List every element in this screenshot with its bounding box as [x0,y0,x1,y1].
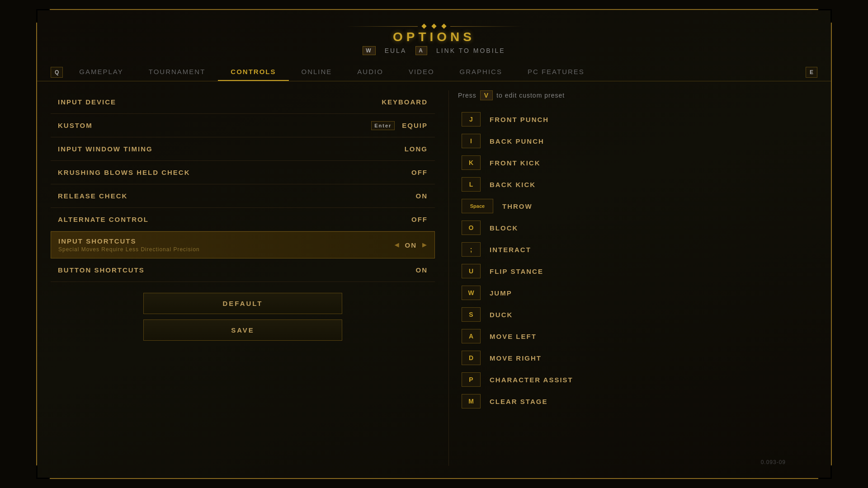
key-u: U [462,264,481,278]
tab-video[interactable]: VIDEO [396,63,447,81]
default-button[interactable]: DEFAULT [143,293,342,314]
key-w: W [462,286,481,300]
link-mobile-label: LINK TO MOBILE [436,47,505,54]
key-semicolon: ; [462,242,481,257]
corner-decoration-br [818,465,832,479]
keybind-move-left[interactable]: A MOVE LEFT [458,326,817,346]
setting-krushing-blows[interactable]: KRUSHING BLOWS HELD CHECK OFF [51,161,435,184]
setting-input-shortcuts[interactable]: INPUT SHORTCUTS Special Moves Require Le… [51,231,435,258]
tab-tournament[interactable]: TOURNAMENT [136,63,218,81]
key-a: A [462,329,481,343]
setting-value-release: ON [416,192,428,200]
keybind-jump[interactable]: W JUMP [458,283,817,303]
tab-pc-features[interactable]: PC FEATURES [515,63,597,81]
version-label: 0.093-09 [761,459,786,465]
setting-sub-input-shortcuts: Special Moves Require Less Directional P… [58,246,200,253]
key-d: D [462,351,481,365]
main-content: INPUT DEVICE KEYBOARD KUSTOM Enter EQUIP… [37,81,831,475]
setting-label-input-device: INPUT DEVICE [58,98,116,106]
main-container: OPTIONS W EULA A LINK TO MOBILE Q GAMEPL… [36,9,832,479]
keybind-front-punch[interactable]: J FRONT PUNCH [458,109,817,129]
nav-key-left[interactable]: Q [51,67,63,78]
action-front-kick: FRONT KICK [490,159,541,167]
key-p: P [462,372,481,387]
action-block: BLOCK [490,224,518,232]
equip-key-badge: Enter [371,121,395,130]
setting-input-window[interactable]: INPUT WINDOW TIMING LONG [51,137,435,161]
setting-alternate-control[interactable]: ALTERNATE CONTROL OFF [51,208,435,231]
key-k: K [462,155,481,170]
shortcuts-value: ON [405,241,417,249]
setting-button-shortcuts[interactable]: BUTTON SHORTCUTS ON [51,258,435,282]
action-interact: INTERACT [490,246,531,253]
tab-gameplay[interactable]: GAMEPLAY [66,63,136,81]
nav-tabs: Q GAMEPLAY TOURNAMENT CONTROLS ONLINE AU… [37,63,831,81]
action-back-punch: BACK PUNCH [490,137,544,145]
setting-value-kustom: Enter EQUIP [371,121,428,130]
link-mobile-key[interactable]: A [415,46,427,55]
setting-label-button-shortcuts: BUTTON SHORTCUTS [58,266,145,274]
action-duck: DUCK [490,311,513,319]
key-m: M [462,394,481,408]
setting-input-device[interactable]: INPUT DEVICE KEYBOARD [51,90,435,114]
title-line-right [450,26,523,27]
title-diamond-center [431,23,436,28]
keybind-clear-stage[interactable]: M CLEAR STAGE [458,391,817,411]
nav-key-right[interactable]: E [806,67,817,78]
key-s: S [462,307,481,322]
tab-controls[interactable]: CONTROLS [218,63,288,81]
key-l: L [462,177,481,192]
preset-key-badge[interactable]: V [480,90,493,100]
setting-value-input-device: KEYBOARD [382,98,428,106]
arrow-right-icon[interactable]: ▶ [422,242,427,248]
action-buttons: DEFAULT SAVE [51,293,435,341]
page-title: OPTIONS [37,30,831,44]
keybind-interact[interactable]: ; INTERACT [458,239,817,259]
preset-hint-text2: to edit custom preset [496,92,565,99]
key-i: I [462,134,481,148]
setting-kustom[interactable]: KUSTOM Enter EQUIP [51,114,435,137]
equip-label: EQUIP [402,122,428,129]
corner-decoration-tl [36,9,50,23]
keybind-duck[interactable]: S DUCK [458,305,817,324]
corner-decoration-tr [818,9,832,23]
setting-label-alternate: ALTERNATE CONTROL [58,216,149,223]
setting-release-check[interactable]: RELEASE CHECK ON [51,184,435,208]
action-move-right: MOVE RIGHT [490,354,542,362]
key-space: Space [462,199,493,213]
setting-label-release: RELEASE CHECK [58,192,127,200]
keybind-character-assist[interactable]: P CHARACTER ASSIST [458,370,817,389]
keybind-block[interactable]: O BLOCK [458,218,817,238]
eula-key[interactable]: W [363,46,375,55]
keybind-front-kick[interactable]: K FRONT KICK [458,153,817,173]
corner-decoration-bl [36,465,50,479]
header-sub: W EULA A LINK TO MOBILE [37,46,831,55]
setting-value-input-shortcuts: ◀ ON ▶ [395,241,428,249]
save-button[interactable]: SAVE [143,319,342,341]
arrow-left-icon[interactable]: ◀ [395,242,400,248]
setting-label-input-window: INPUT WINDOW TIMING [58,145,153,153]
title-diamond-right [441,23,446,28]
tab-audio[interactable]: AUDIO [344,63,396,81]
title-line-left [345,26,418,27]
keybind-flip-stance[interactable]: U FLIP STANCE [458,261,817,281]
tab-online[interactable]: ONLINE [289,63,345,81]
key-j: J [462,112,481,127]
header: OPTIONS W EULA A LINK TO MOBILE [37,10,831,60]
eula-label: EULA [385,47,407,54]
title-diamond-left [421,23,426,28]
action-back-kick: BACK KICK [490,181,536,188]
tab-graphics[interactable]: GRAPHICS [447,63,515,81]
keybind-move-right[interactable]: D MOVE RIGHT [458,348,817,368]
action-flip-stance: FLIP STANCE [490,267,543,275]
left-panel: INPUT DEVICE KEYBOARD KUSTOM Enter EQUIP… [51,90,448,466]
preset-hint: Press V to edit custom preset [458,90,817,100]
setting-value-alternate: OFF [411,216,428,223]
action-clear-stage: CLEAR STAGE [490,398,547,405]
keybind-throw[interactable]: Space THROW [458,196,817,216]
keybind-back-kick[interactable]: L BACK KICK [458,174,817,194]
action-jump: JUMP [490,289,512,297]
title-decoration [37,24,831,28]
setting-value-krushing: OFF [411,169,428,176]
keybind-back-punch[interactable]: I BACK PUNCH [458,131,817,151]
